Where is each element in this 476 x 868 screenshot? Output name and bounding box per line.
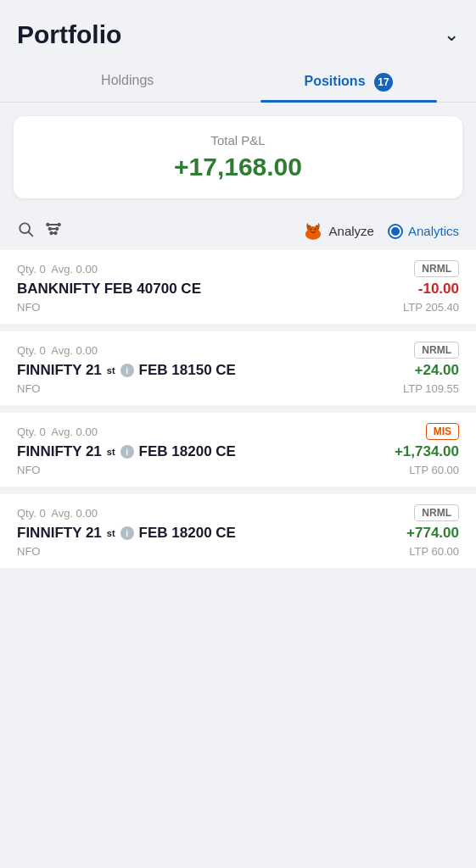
divider <box>0 406 476 413</box>
info-icon[interactable]: i <box>120 445 134 459</box>
position-bot-row: NFO LTP 109.55 <box>17 382 459 395</box>
analytics-radio <box>388 224 403 239</box>
tab-positions[interactable]: Positions 17 <box>238 63 460 102</box>
pnl-value: +17,168.00 <box>31 153 445 181</box>
position-name[interactable]: FINNIFTY 21st i FEB 18200 CE <box>17 443 236 460</box>
position-item: Qty. 0 Avg. 0.00 NRML FINNIFTY 21st i FE… <box>0 494 476 569</box>
qty-avg-label: Qty. 0 Avg. 0.00 <box>17 263 98 275</box>
svg-point-9 <box>50 232 53 235</box>
analyze-label: Analyze <box>329 224 374 238</box>
ltp-label: LTP 60.00 <box>409 464 459 476</box>
chevron-down-icon[interactable]: ⌄ <box>444 24 459 46</box>
position-item: Qty. 0 Avg. 0.00 NRML BANKNIFTY FEB 4070… <box>0 250 476 325</box>
position-top-row: Qty. 0 Avg. 0.00 NRML <box>17 504 459 521</box>
position-pnl: +24.00 <box>415 362 459 379</box>
ltp-label: LTP 60.00 <box>409 545 459 558</box>
exchange-label: NFO <box>17 464 40 476</box>
divider <box>0 487 476 494</box>
position-badge: NRML <box>414 342 459 359</box>
position-name[interactable]: FINNIFTY 21st i FEB 18200 CE <box>17 525 236 542</box>
position-mid-row: FINNIFTY 21st i FEB 18200 CE +774.00 <box>17 525 459 542</box>
position-name[interactable]: FINNIFTY 21st i FEB 18150 CE <box>17 362 236 379</box>
header: Portfolio ⌄ <box>0 0 476 63</box>
position-mid-row: FINNIFTY 21st i FEB 18150 CE +24.00 <box>17 362 459 379</box>
qty-avg-label: Qty. 0 Avg. 0.00 <box>17 507 98 520</box>
position-top-row: Qty. 0 Avg. 0.00 MIS <box>17 423 459 440</box>
positions-badge: 17 <box>374 73 393 92</box>
qty-avg-label: Qty. 0 Avg. 0.00 <box>17 426 98 438</box>
position-mid-row: FINNIFTY 21st i FEB 18200 CE +1,734.00 <box>17 443 459 460</box>
pnl-label: Total P&L <box>31 133 445 147</box>
position-pnl: +1,734.00 <box>395 443 459 460</box>
position-mid-row: BANKNIFTY FEB 40700 CE -10.00 <box>17 281 459 298</box>
exchange-label: NFO <box>17 301 40 314</box>
analyze-button[interactable]: Analyze <box>302 222 374 241</box>
ltp-label: LTP 205.40 <box>403 301 459 314</box>
position-item: Qty. 0 Avg. 0.00 NRML FINNIFTY 21st i FE… <box>0 331 476 406</box>
pnl-card: Total P&L +17,168.00 <box>14 116 462 198</box>
svg-point-8 <box>56 228 59 231</box>
info-icon[interactable]: i <box>120 526 134 540</box>
toolbar-left <box>17 220 292 242</box>
position-top-row: Qty. 0 Avg. 0.00 NRML <box>17 260 459 277</box>
position-pnl: +774.00 <box>406 525 459 542</box>
search-icon[interactable] <box>17 220 34 242</box>
position-bot-row: NFO LTP 60.00 <box>17 464 459 476</box>
svg-point-15 <box>308 226 316 233</box>
info-icon[interactable]: i <box>120 364 134 377</box>
svg-point-7 <box>49 228 52 231</box>
position-item: Qty. 0 Avg. 0.00 MIS FINNIFTY 21st i FEB… <box>0 413 476 487</box>
svg-point-17 <box>314 228 316 230</box>
positions-list: Qty. 0 Avg. 0.00 NRML BANKNIFTY FEB 4070… <box>0 250 476 569</box>
analytics-label: Analytics <box>408 224 459 238</box>
svg-line-1 <box>29 232 33 236</box>
position-badge: NRML <box>414 504 459 521</box>
filter-icon[interactable] <box>44 220 63 242</box>
svg-point-5 <box>47 224 49 226</box>
position-badge: MIS <box>426 423 459 440</box>
tab-holdings[interactable]: Holdings <box>17 63 238 102</box>
toolbar: Analyze Analytics <box>0 212 476 250</box>
ltp-label: LTP 109.55 <box>403 382 459 395</box>
analytics-button[interactable]: Analytics <box>388 224 459 239</box>
position-badge: NRML <box>414 260 459 277</box>
svg-point-16 <box>310 228 311 230</box>
qty-avg-label: Qty. 0 Avg. 0.00 <box>17 344 98 357</box>
position-top-row: Qty. 0 Avg. 0.00 NRML <box>17 342 459 359</box>
portfolio-title: Portfolio <box>17 20 121 49</box>
toolbar-right: Analyze Analytics <box>302 222 459 241</box>
position-name[interactable]: BANKNIFTY FEB 40700 CE <box>17 281 201 298</box>
tab-bar: Holdings Positions 17 <box>0 63 476 103</box>
position-pnl: -10.00 <box>418 281 459 298</box>
divider <box>0 325 476 331</box>
exchange-label: NFO <box>17 545 40 558</box>
position-bot-row: NFO LTP 205.40 <box>17 301 459 314</box>
position-bot-row: NFO LTP 60.00 <box>17 545 459 558</box>
svg-point-10 <box>54 232 57 235</box>
exchange-label: NFO <box>17 382 40 395</box>
svg-point-6 <box>58 224 60 226</box>
